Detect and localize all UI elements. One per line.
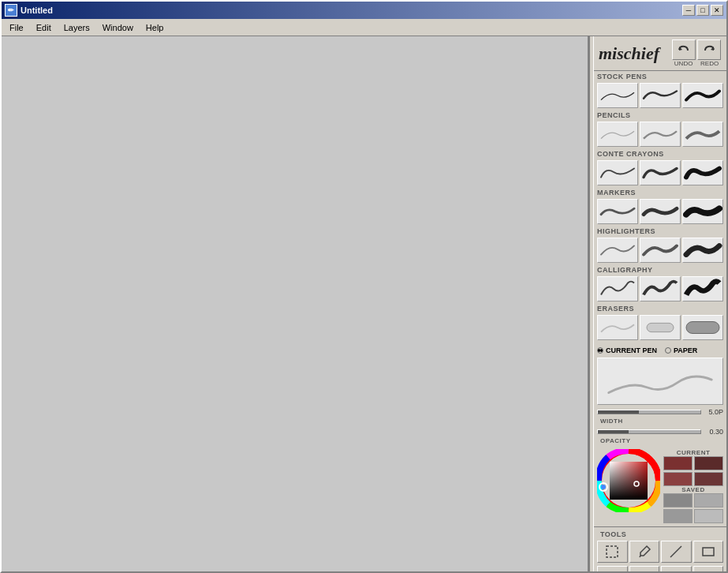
paper-label: PAPER (674, 346, 697, 354)
menu-file[interactable]: File (3, 21, 30, 34)
close-button[interactable]: ✕ (711, 5, 723, 16)
title-bar: ✏ Untitled ─ □ ✕ (2, 2, 726, 19)
brush-callig-3[interactable] (682, 276, 723, 301)
svg-rect-14 (703, 548, 714, 556)
current-pen-label: CURRENT PEN (606, 346, 657, 354)
saved-swatch-4[interactable] (694, 509, 723, 523)
pen-mode-row: CURRENT PEN PAPER (597, 346, 723, 354)
highlighters-label: HIGHLIGHTERS (594, 226, 726, 236)
tool-curve[interactable] (661, 566, 692, 571)
pen-preview-box (597, 358, 723, 405)
current-pen-radio[interactable] (597, 347, 603, 354)
current-swatch-4[interactable] (694, 472, 723, 486)
stock-pens-grid (594, 81, 726, 110)
current-swatch-2[interactable] (694, 456, 723, 470)
undo-button[interactable] (672, 39, 696, 60)
width-slider-track[interactable] (597, 410, 701, 414)
pencils-label: PENCILS (594, 110, 726, 120)
calligraphy-grid (594, 275, 726, 303)
current-swatch-3[interactable] (663, 472, 693, 486)
current-swatch-1[interactable] (663, 456, 693, 470)
tools-grid-row1 (597, 539, 723, 564)
width-value: 5.0P (701, 408, 723, 416)
brush-highlight-3[interactable] (682, 238, 723, 263)
saved-swatch-1[interactable] (663, 493, 693, 507)
canvas-area[interactable] (2, 36, 589, 571)
current-pen-option[interactable]: CURRENT PEN (597, 346, 657, 354)
main-content: mischief (2, 36, 726, 571)
brush-stock-3[interactable] (682, 83, 723, 108)
menu-layers[interactable]: Layers (58, 21, 96, 34)
tool-rectangle[interactable] (693, 541, 724, 563)
svg-line-12 (640, 556, 640, 557)
tool-ellipse[interactable] (597, 566, 628, 571)
brush-eraser-2[interactable] (640, 315, 681, 340)
highlighters-grid (594, 236, 726, 264)
brush-marker-1[interactable] (597, 199, 638, 224)
erasers-label: ERASERS (594, 303, 726, 313)
window-title: Untitled (21, 6, 53, 15)
brush-conte-3[interactable] (682, 160, 723, 185)
svg-line-13 (670, 546, 681, 557)
tool-eyedropper[interactable] (629, 541, 660, 563)
brush-stock-1[interactable] (597, 83, 638, 108)
brush-callig-1[interactable] (597, 276, 638, 301)
window-controls: ─ □ ✕ (682, 5, 723, 16)
paper-radio[interactable] (665, 347, 671, 354)
tool-line[interactable] (661, 541, 692, 563)
slider-section: 5.0P WIDTH 0.30 OPACITY (594, 406, 726, 446)
paper-option[interactable]: PAPER (665, 346, 697, 354)
opacity-slider-track[interactable] (597, 429, 701, 434)
saved-swatch-2[interactable] (694, 493, 723, 507)
width-label: WIDTH (597, 418, 723, 425)
brush-conte-1[interactable] (597, 160, 638, 185)
menu-window[interactable]: Window (96, 21, 140, 34)
brush-pencil-1[interactable] (597, 122, 638, 147)
app-window: ✏ Untitled ─ □ ✕ File Edit Layers Window… (0, 0, 728, 573)
stock-pens-label: STOCK PENS (594, 71, 726, 81)
menu-help[interactable]: Help (140, 21, 170, 34)
tool-selection[interactable] (597, 541, 628, 563)
opacity-slider-row: 0.30 (597, 428, 723, 436)
calligraphy-label: CALLIGRAPHY (594, 264, 726, 275)
svg-rect-3 (686, 322, 719, 334)
brush-eraser-1[interactable] (597, 315, 638, 340)
pencils-grid (594, 120, 726, 148)
undo-label: UNDO (674, 60, 693, 67)
brush-pencil-2[interactable] (640, 122, 681, 147)
brush-marker-2[interactable] (640, 199, 681, 224)
right-panel: mischief (594, 36, 726, 571)
maximize-button[interactable]: □ (696, 5, 709, 16)
tools-grid-row2 (597, 564, 723, 571)
redo-button[interactable] (697, 39, 721, 60)
brush-conte-2[interactable] (640, 160, 681, 185)
app-icon: ✏ (5, 4, 17, 17)
conte-crayons-label: CONTE CRAYONS (594, 148, 726, 159)
color-swatches: CURRENT SAVED (663, 449, 723, 523)
brush-stock-2[interactable] (640, 83, 681, 108)
tools-section: TOOLS (594, 526, 726, 571)
saved-swatch-3[interactable] (663, 509, 693, 523)
tool-arrow[interactable] (693, 566, 724, 571)
tools-label: TOOLS (597, 529, 723, 539)
tool-lasso[interactable] (629, 566, 660, 571)
opacity-label: OPACITY (597, 437, 723, 444)
brush-highlight-1[interactable] (597, 238, 638, 263)
brush-pencil-3[interactable] (682, 122, 723, 147)
saved-color-label: SAVED (663, 486, 723, 493)
color-wheel-container[interactable] (597, 449, 660, 512)
markers-label: MARKERS (594, 187, 726, 197)
svg-rect-2 (647, 323, 674, 331)
redo-label: REDO (700, 60, 719, 67)
menu-edit[interactable]: Edit (30, 21, 58, 34)
menu-bar: File Edit Layers Window Help (2, 19, 726, 36)
erasers-grid (594, 313, 726, 342)
width-slider-row: 5.0P (597, 408, 723, 416)
minimize-button[interactable]: ─ (682, 5, 695, 16)
brush-callig-2[interactable] (640, 276, 681, 301)
current-color-label: CURRENT (663, 449, 723, 456)
brush-eraser-3[interactable] (682, 315, 723, 340)
brush-highlight-2[interactable] (640, 238, 681, 263)
logo-section: mischief (594, 36, 726, 71)
brush-marker-3[interactable] (682, 199, 723, 224)
